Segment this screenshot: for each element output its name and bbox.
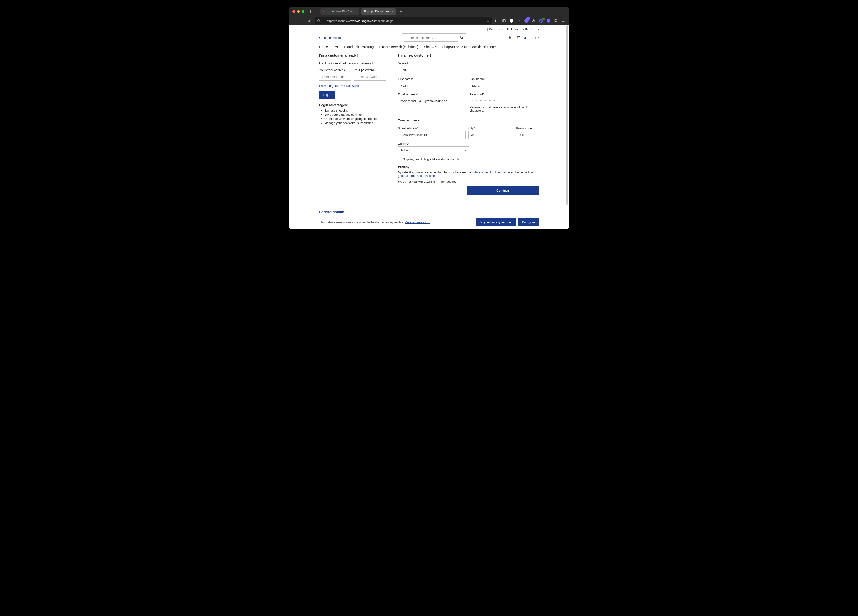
sidebar-icon[interactable] <box>502 19 507 23</box>
reload-button[interactable]: ⟳ <box>307 19 311 23</box>
email-label: Email address* <box>398 93 467 96</box>
extensions-icon[interactable] <box>554 19 558 23</box>
cookie-configure-button[interactable]: Configure <box>518 218 539 226</box>
svg-point-4 <box>460 36 463 38</box>
list-item: Save your data and settings <box>324 113 386 116</box>
tab-overview-icon[interactable] <box>311 10 314 13</box>
salutation-select[interactable]: Herr <box>398 66 432 74</box>
tab-close-icon[interactable]: × <box>392 10 393 13</box>
browser-tab-abacus[interactable]: ◆ Ihre Abacus-Plattform × <box>320 8 359 15</box>
terms-link[interactable]: general terms and conditions <box>398 174 437 178</box>
extension-badge-icon[interactable]: 13 <box>524 19 528 23</box>
menu-icon[interactable] <box>561 19 566 23</box>
svg-rect-0 <box>323 21 324 22</box>
lock-icon[interactable] <box>322 19 325 22</box>
country-select[interactable]: Schweiz <box>398 146 469 154</box>
nav-home[interactable]: Home <box>319 45 328 49</box>
nav-shopapi[interactable]: ShopAPI <box>424 45 437 49</box>
required-note: Fields marked with asterisks (*) are req… <box>398 180 539 183</box>
lastname-input[interactable] <box>469 82 539 89</box>
chevron-down-icon: ▾ <box>502 28 503 31</box>
url-bar: ← → ⟳ https://abacus.sw.webwirkungdev.ch… <box>289 16 569 25</box>
extension-target-icon[interactable] <box>532 19 536 22</box>
url-text: https://abacus.sw.webwirkungdev.ch/accou… <box>326 19 485 23</box>
shield-icon[interactable] <box>317 19 320 22</box>
chevron-down-icon[interactable]: ⌄ <box>563 10 566 13</box>
svg-rect-1 <box>503 20 505 22</box>
chevron-down-icon: ▾ <box>538 28 539 31</box>
forward-button[interactable]: → <box>300 19 304 23</box>
address-title: Your address <box>398 118 539 122</box>
scrollbar[interactable] <box>566 25 568 229</box>
page-content: Deutsch ▾ Fr Schweizer Franken ▾ Go to h… <box>289 25 569 229</box>
shipping-mismatch-checkbox[interactable] <box>398 158 401 161</box>
forgot-password-link[interactable]: I have forgotten my password. <box>319 84 359 87</box>
signup-password-input[interactable] <box>469 97 539 105</box>
bookmark-star-icon[interactable]: ☆ <box>487 19 489 23</box>
cart-button[interactable]: CHF 0.00* <box>516 35 539 40</box>
city-label: City* <box>468 127 513 130</box>
flag-icon <box>485 28 488 31</box>
search-input[interactable] <box>404 34 458 42</box>
search-box[interactable] <box>401 34 466 42</box>
service-hotline-title: Service hotline <box>319 210 539 214</box>
firstname-input[interactable] <box>398 82 467 89</box>
currency-selector[interactable]: Fr Schweizer Franken ▾ <box>507 28 539 31</box>
account-icon[interactable] <box>508 35 512 40</box>
advantages-list: Express shopping Save your data and sett… <box>319 109 386 125</box>
street-input[interactable] <box>398 131 465 139</box>
homepage-link[interactable]: Go to homepage <box>319 36 342 39</box>
window-close[interactable] <box>292 10 295 13</box>
new-tab-button[interactable]: + <box>398 9 404 14</box>
tab-title: Sign up | Demostore <box>364 10 389 13</box>
window-minimize[interactable] <box>297 10 300 13</box>
cookie-more-link[interactable]: More information... <box>405 220 430 224</box>
street-label: Street address* <box>398 127 465 130</box>
privacy-text: By selecting continue you confirm that y… <box>398 171 539 178</box>
cookie-technical-button[interactable]: Only technically required <box>476 218 516 226</box>
list-item: Manage your newsletter subscription <box>324 121 386 125</box>
password-label: Your password <box>354 68 386 72</box>
cookie-text: This website uses cookies to ensure the … <box>319 221 405 224</box>
salutation-label: Salutation <box>398 62 432 65</box>
browser-tab-signup[interactable]: Sign up | Demostore × <box>361 8 396 15</box>
nav-standardklassierung[interactable]: Standardklassierung <box>344 45 374 49</box>
main-nav: Home test Standardklassierung Einsatz-Be… <box>289 42 569 51</box>
tab-close-icon[interactable]: × <box>355 10 357 13</box>
downloads-icon[interactable] <box>517 19 521 23</box>
nav-einsatz-bereich[interactable]: Einsatz-Bereich (mehrfach) <box>379 45 419 49</box>
lastname-label: Last name* <box>469 77 539 81</box>
window-maximize[interactable] <box>302 10 305 13</box>
email-label: Your email address <box>319 68 351 72</box>
advantages-title: Login advantages: <box>319 103 386 107</box>
address-bar[interactable]: https://abacus.sw.webwirkungdev.ch/accou… <box>315 17 491 24</box>
login-title: I'm a customer already! <box>319 53 386 57</box>
shipping-mismatch-label: Shipping and billing address do not matc… <box>403 157 460 161</box>
login-password-input[interactable] <box>354 73 386 81</box>
language-selector[interactable]: Deutsch ▾ <box>485 28 503 31</box>
continue-button[interactable]: Continue <box>467 186 539 195</box>
cookie-banner: This website uses cookies to ensure the … <box>289 215 569 229</box>
city-input[interactable] <box>468 131 513 139</box>
firstname-label: First name* <box>398 77 467 81</box>
login-email-input[interactable] <box>319 73 351 81</box>
extension-v-icon[interactable]: v <box>547 19 551 23</box>
extension-clock-icon[interactable]: ◷ 3 <box>539 19 543 23</box>
window-titlebar: ◆ Ihre Abacus-Plattform × Sign up | Demo… <box>289 7 569 16</box>
library-icon[interactable] <box>495 19 499 23</box>
nav-test[interactable]: test <box>333 45 339 49</box>
postal-input[interactable] <box>516 131 539 139</box>
list-item: Order overview and shipping information <box>324 117 386 121</box>
signup-email-input[interactable] <box>398 97 467 105</box>
login-subtitle: Log in with email address and password <box>319 62 386 65</box>
list-item: Express shopping <box>324 109 386 112</box>
data-protection-link[interactable]: data protection information <box>474 171 510 174</box>
nav-shopapi-ohne[interactable]: ShopAPI ohne Mehrfachklassierungen <box>442 45 497 49</box>
country-label: Country* <box>398 142 469 146</box>
back-button[interactable]: ← <box>292 19 297 23</box>
login-button[interactable]: Log in <box>319 91 335 99</box>
search-icon[interactable] <box>460 36 464 39</box>
svg-point-5 <box>510 36 511 38</box>
extension-n-icon[interactable]: N <box>510 19 514 23</box>
privacy-title: Privacy <box>398 165 539 169</box>
